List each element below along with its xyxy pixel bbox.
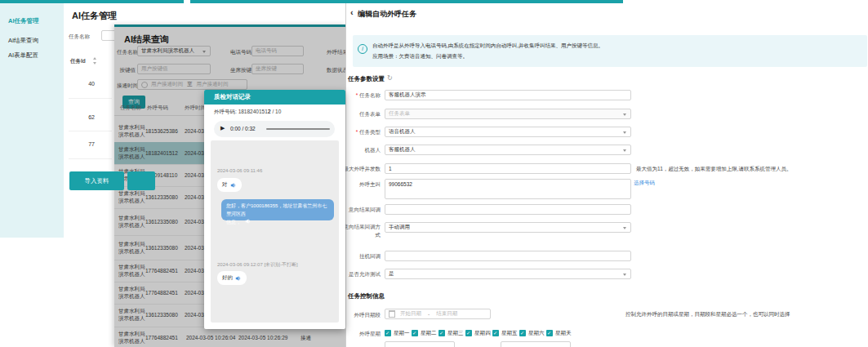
speaker-icon[interactable]: [245, 218, 251, 225]
weekday-label[interactable]: 星期六: [528, 330, 545, 337]
field-label-call-weekdays: 外呼星期: [315, 330, 381, 338]
player-time: 0:00 / 0:32: [230, 126, 256, 131]
section-task-params: 任务参数设置: [348, 75, 385, 83]
task-panel-title: AI任务管理: [72, 10, 117, 22]
date-start-placeholder: 开始日期: [400, 310, 421, 318]
chevron-down-icon: [623, 113, 626, 116]
field-hangup-callback-input[interactable]: [385, 251, 631, 261]
date-range-hint: 控制允许外呼的日期或星期，日期段和星期必选一个，也可以同时选择: [625, 311, 790, 318]
weekday-label[interactable]: 星期天: [555, 330, 572, 337]
task-id-column-header[interactable]: 任务Id: [70, 58, 86, 65]
choose-number-link[interactable]: 选择号码: [634, 180, 655, 187]
back-icon[interactable]: ‹: [350, 7, 354, 17]
audio-player[interactable]: ▶ 0:00 / 0:32: [214, 121, 335, 137]
chat-bubble-customer: 好的: [217, 271, 247, 285]
field-value: 是: [389, 270, 394, 278]
checkbox-checked-icon[interactable]: [438, 330, 445, 336]
section-task-control: 任务控制信息: [348, 292, 385, 300]
chat-timestamp: 2024-03-06 09:12:07 [未识别-不打断]: [217, 261, 298, 269]
task-id-cell: 40: [78, 81, 95, 87]
field-value: 语音机器人: [389, 128, 416, 136]
max-concurrency-hint: 最大值为11，超过无效，如果需要增加上限,请联系系统管理人员。: [636, 166, 792, 173]
modal-phone-value: 18182401512: [238, 109, 271, 114]
calendar-icon: [389, 310, 395, 318]
import-data-button[interactable]: 导入资料: [69, 171, 124, 190]
field-value: 客服机器人: [389, 146, 416, 153]
edit-task-panel: ‹ 编辑自动外呼任务 i 自动外呼是从外呼导入电话号码,由系统在指定时间内自动呼…: [345, 3, 868, 347]
time-range-start-clipped[interactable]: [385, 341, 455, 347]
field-label-intent-callback-mode: 意向结果回调方式: [341, 223, 381, 240]
edit-panel-title: 编辑自动外呼任务: [358, 9, 416, 20]
chevron-down-icon: [623, 274, 626, 276]
sidebar-item-ai-form-config[interactable]: AI表单配置: [8, 51, 38, 60]
field-value: 任务表单: [389, 110, 410, 118]
checkbox-checked-icon[interactable]: [546, 330, 553, 336]
field-task-name-input[interactable]: 客服机器人演示: [385, 90, 631, 100]
field-robot-select[interactable]: 客服机器人: [385, 145, 631, 155]
sidebar-item-ai-task-management[interactable]: AI任务管理: [8, 17, 39, 25]
weekday-label[interactable]: 星期一: [394, 330, 410, 337]
field-value: 手动调用: [389, 224, 410, 231]
modal-phone-label-text: 外呼号码:: [214, 109, 237, 114]
sort-descending-icon[interactable]: [93, 62, 96, 65]
field-task-type-select[interactable]: 语音机器人: [385, 127, 631, 137]
chat-message-text: 您好，客户1000186355，地址甘肃省兰州市七里河区西: [226, 203, 327, 216]
call-date-range-picker[interactable]: 开始日期 - 结束日期: [385, 309, 491, 319]
row-divider: [69, 131, 112, 131]
sort-ascending-icon[interactable]: [93, 57, 96, 60]
screen: AI任务管理 AI结果查询 AI表单配置 AI任务管理 任务名称 任务Id 40…: [0, 0, 868, 347]
field-value: 客服机器人演示: [389, 91, 426, 99]
field-value: 99066532: [389, 181, 412, 187]
chat-message-text: 对: [222, 181, 228, 189]
chat-timestamp: 2024-03-06 09:11:46: [217, 168, 262, 173]
modal-pager[interactable]: 2 / 10: [268, 109, 281, 114]
date-range-separator: -: [428, 311, 430, 317]
modal-title: 质检对话记录: [204, 90, 345, 105]
secondary-action-button-clipped[interactable]: [127, 171, 155, 190]
task-id-cell: 77: [78, 141, 95, 147]
modal-phone-label: 外呼号码: 18182401512: [214, 109, 270, 116]
task-name-filter-label: 任务名称: [69, 33, 90, 41]
row-divider: [69, 158, 112, 159]
sidebar-item-ai-result-query[interactable]: AI结果查询: [8, 37, 38, 45]
weekday-label[interactable]: 星期三: [447, 330, 464, 337]
info-text-line2: 应用场景：欠费语音通知、问卷调查等。: [372, 53, 468, 60]
checkbox-checked-icon[interactable]: [465, 330, 472, 336]
field-max-concurrency-input[interactable]: 1: [385, 163, 631, 174]
refresh-icon[interactable]: ↻: [387, 74, 393, 82]
time-range-end-clipped[interactable]: [501, 341, 571, 347]
sidebar: AI任务管理 AI结果查询 AI表单配置: [0, 3, 64, 238]
weekday-label[interactable]: 星期五: [501, 330, 518, 337]
info-icon: i: [358, 44, 367, 54]
date-end-placeholder: 结束日期: [436, 310, 457, 318]
row-divider: [69, 98, 112, 99]
field-task-form-select[interactable]: 任务表单: [385, 109, 631, 119]
chat-transcript: 2024-03-06 09:11:46 对 您好，客户1000186355，地址…: [211, 140, 339, 323]
qc-dialog-modal: 质检对话记录 外呼号码: 18182401512 2 / 10 ▶ 0:00 /…: [204, 90, 345, 329]
checkbox-checked-icon[interactable]: [492, 330, 499, 336]
field-caller-number-textarea[interactable]: 99066532: [385, 179, 631, 199]
checkbox-checked-icon[interactable]: [385, 330, 391, 336]
chat-message-text: 信息，: [226, 220, 241, 225]
speaker-icon[interactable]: [230, 182, 237, 189]
info-text-line1: 自动外呼是从外呼导入电话号码,由系统在指定时间内自动呼叫,并收集呼叫结果、用户按…: [372, 42, 603, 50]
field-allow-test-select[interactable]: 是: [385, 269, 631, 279]
chat-message-text: 好的: [222, 274, 233, 282]
audio-progress-bar[interactable]: [266, 128, 330, 130]
checkbox-checked-icon[interactable]: [519, 330, 526, 336]
weekday-label[interactable]: 星期二: [421, 330, 437, 337]
chevron-down-icon: [623, 131, 626, 134]
field-intent-callback-input[interactable]: [385, 204, 631, 215]
info-alert: i 自动外呼是从外呼导入电话号码,由系统在指定时间内自动呼叫,并收集呼叫结果、用…: [353, 35, 867, 67]
speaker-icon[interactable]: [235, 275, 242, 282]
play-icon[interactable]: ▶: [220, 125, 225, 131]
chat-bubble-customer: 对: [217, 178, 242, 192]
chevron-down-icon: [623, 149, 626, 152]
chat-bubble-agent: 您好，客户1000186355，地址甘肃省兰州市七里河区西 信息，: [221, 199, 334, 220]
weekday-label[interactable]: 星期四: [474, 330, 491, 337]
checkbox-checked-icon[interactable]: [412, 330, 418, 336]
field-intent-callback-mode-select[interactable]: 手动调用: [385, 222, 631, 233]
field-value: 1: [389, 166, 392, 171]
task-id-cell: 62: [78, 114, 95, 120]
chevron-down-icon: [623, 227, 626, 229]
